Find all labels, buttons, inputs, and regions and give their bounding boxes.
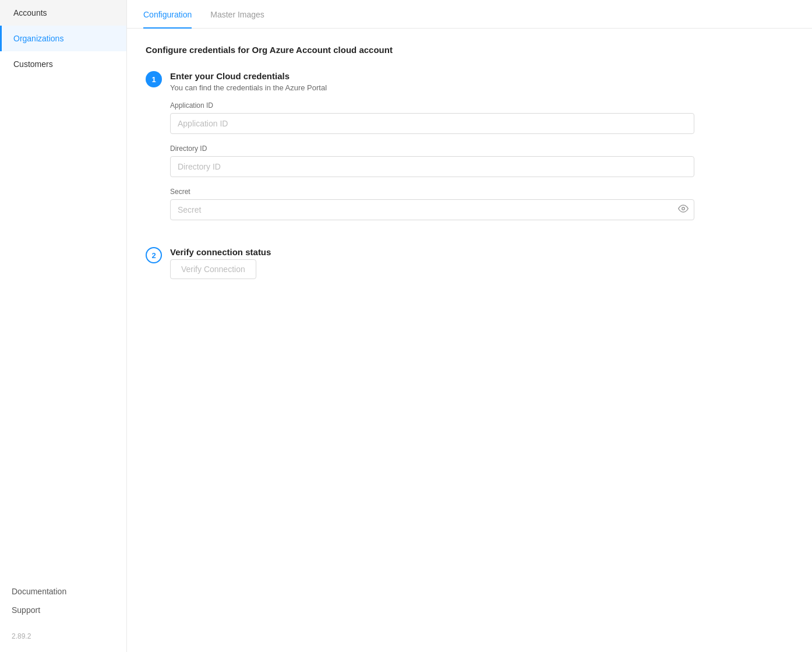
sidebar-item-customers[interactable]: Customers	[0, 51, 126, 77]
verify-connection-button[interactable]: Verify Connection	[170, 259, 256, 279]
application-id-group: Application ID	[170, 101, 793, 134]
directory-id-label: Directory ID	[170, 145, 793, 153]
step-2-section: 2 Verify connection status Verify Connec…	[146, 247, 793, 279]
step-2-content: Verify connection status Verify Connecti…	[170, 247, 793, 279]
sidebar-bottom-links: Documentation Support	[0, 575, 126, 626]
secret-input[interactable]	[170, 199, 694, 220]
step-1-subtitle: You can find the credentials in the Azur…	[170, 83, 793, 92]
tab-configuration[interactable]: Configuration	[143, 1, 192, 29]
sidebar: Accounts Organizations Customers Documen…	[0, 0, 127, 652]
sidebar-nav: Accounts Organizations Customers	[0, 0, 126, 575]
page-title: Configure credentials for Org Azure Acco…	[146, 45, 793, 55]
tab-bar: Configuration Master Images	[127, 0, 812, 29]
version-label: 2.89.2	[0, 626, 126, 652]
step-1-section: 1 Enter your Cloud credentials You can f…	[146, 71, 793, 231]
directory-id-group: Directory ID	[170, 145, 793, 177]
toggle-password-icon[interactable]	[678, 203, 689, 216]
application-id-label: Application ID	[170, 101, 793, 110]
sidebar-item-accounts[interactable]: Accounts	[0, 0, 126, 26]
step-1-title: Enter your Cloud credentials	[170, 71, 793, 81]
directory-id-input[interactable]	[170, 156, 694, 177]
main-content: Configuration Master Images Configure cr…	[127, 0, 812, 652]
support-link[interactable]: Support	[12, 605, 115, 615]
step-2-title: Verify connection status	[170, 247, 793, 257]
sidebar-item-label: Customers	[13, 59, 53, 69]
step-2-badge: 2	[146, 247, 162, 263]
secret-group: Secret	[170, 188, 793, 220]
svg-point-0	[682, 207, 685, 210]
page-body: Configure credentials for Org Azure Acco…	[127, 29, 812, 652]
secret-input-wrapper	[170, 199, 694, 220]
sidebar-item-organizations[interactable]: Organizations	[0, 26, 126, 51]
sidebar-item-label: Organizations	[13, 34, 63, 43]
application-id-input[interactable]	[170, 113, 694, 134]
documentation-link[interactable]: Documentation	[12, 587, 115, 596]
secret-label: Secret	[170, 188, 793, 196]
tab-master-images[interactable]: Master Images	[210, 1, 264, 29]
step-1-content: Enter your Cloud credentials You can fin…	[170, 71, 793, 231]
step-1-badge: 1	[146, 71, 162, 87]
sidebar-item-label: Accounts	[13, 8, 47, 17]
